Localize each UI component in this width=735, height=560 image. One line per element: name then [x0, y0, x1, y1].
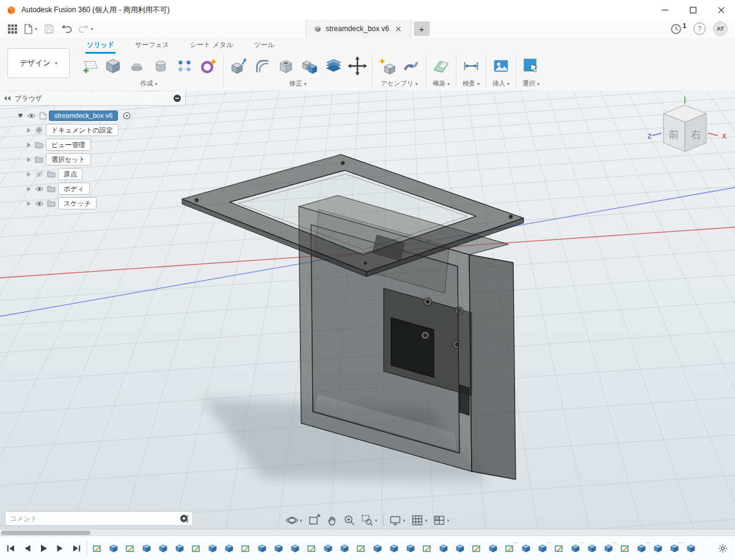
timeline-play-button[interactable] — [37, 542, 50, 555]
look-at-icon[interactable] — [307, 514, 320, 526]
app-grid-icon[interactable] — [4, 21, 21, 36]
tab-sheet-metal[interactable]: シート メタル — [189, 38, 234, 54]
tab-surface[interactable]: サーフェス — [134, 38, 170, 54]
group-label-insert[interactable]: 挿入 — [492, 79, 510, 88]
visibility-eye-icon[interactable] — [27, 112, 36, 119]
timeline-feature-sketch[interactable] — [124, 542, 136, 555]
timeline-feature-extrude[interactable] — [272, 542, 285, 555]
timeline-feature-sketch[interactable] — [553, 542, 565, 555]
timeline-feature-extrude[interactable] — [108, 542, 120, 555]
file-menu-icon[interactable] — [22, 21, 39, 36]
minimize-button[interactable] — [651, 0, 679, 20]
revolve-icon[interactable] — [126, 54, 147, 78]
timeline-skip-to-end-button[interactable] — [70, 542, 83, 555]
browser-item-label[interactable]: 選択セット — [46, 154, 90, 165]
timeline-feature-sketch[interactable] — [355, 542, 367, 555]
group-label-assembly[interactable]: アセンブリ — [381, 79, 418, 88]
shell-icon[interactable] — [276, 54, 296, 78]
tab-tools[interactable]: ツール — [252, 38, 276, 54]
timeline-settings-gear-icon[interactable] — [711, 544, 735, 553]
construct-plane-icon[interactable] — [431, 54, 452, 78]
browser-row-root[interactable]: streamdeck_box v6 — [0, 108, 186, 123]
collapse-panel-icon[interactable] — [4, 95, 11, 101]
timeline-feature-extrude[interactable] — [141, 542, 153, 555]
pattern-icon[interactable] — [174, 54, 195, 78]
browser-row-view-management[interactable]: ビュー管理 — [0, 137, 186, 152]
timeline-feature-extrude[interactable] — [520, 542, 532, 555]
viewports-icon[interactable] — [433, 514, 450, 526]
pan-hand-icon[interactable] — [325, 514, 337, 526]
new-document-tab-button[interactable]: + — [414, 21, 430, 36]
root-component-label[interactable]: streamdeck_box v6 — [49, 111, 117, 120]
zoom-window-icon[interactable] — [360, 514, 377, 526]
group-label-inspect[interactable]: 検査 — [463, 79, 480, 88]
timeline-feature-sketch[interactable] — [91, 542, 103, 555]
timeline-feature-extrude[interactable]: ✕ — [635, 542, 648, 555]
timeline-feature-extrude[interactable]: ✕ — [569, 542, 582, 555]
fillet-icon[interactable] — [252, 54, 272, 78]
select-icon[interactable] — [521, 54, 541, 78]
timeline-feature-extrude[interactable] — [404, 542, 417, 555]
browser-row-bodies[interactable]: ボディ — [0, 181, 186, 196]
visibility-eye-off-icon[interactable] — [35, 171, 44, 178]
group-label-construct[interactable]: 構築 — [433, 79, 450, 88]
collapsed-arrow-icon[interactable] — [26, 156, 32, 163]
collapsed-arrow-icon[interactable] — [26, 142, 32, 148]
timeline-feature-extrude[interactable] — [322, 542, 334, 555]
timeline-feature-extrude[interactable]: ✕ — [602, 542, 615, 555]
maximize-button[interactable] — [679, 0, 707, 20]
timeline-feature-extrude[interactable] — [652, 542, 664, 555]
redo-icon[interactable] — [77, 21, 94, 36]
move-copy-icon[interactable] — [347, 54, 368, 78]
split-body-icon[interactable] — [323, 54, 344, 78]
comment-input[interactable]: コメント — [5, 511, 193, 526]
browser-item-label[interactable]: ドキュメントの設定 — [46, 125, 118, 136]
account-avatar[interactable]: AT — [713, 21, 728, 36]
document-tab-close-icon[interactable] — [393, 24, 403, 34]
save-icon[interactable] — [40, 21, 57, 36]
help-button[interactable]: ? — [693, 23, 706, 35]
timeline-step-back-button[interactable] — [20, 542, 34, 555]
expanded-arrow-icon[interactable] — [17, 112, 24, 119]
timeline-feature-sketch[interactable] — [619, 542, 631, 555]
group-label-select[interactable]: 選択 — [522, 79, 539, 88]
job-status-clock[interactable]: 1 — [671, 24, 686, 34]
canvas-image-icon[interactable] — [491, 54, 511, 78]
minimize-panel-icon[interactable] — [173, 94, 181, 103]
activate-component-radio[interactable] — [123, 112, 131, 120]
undo-icon[interactable] — [59, 21, 76, 36]
box-icon[interactable] — [103, 54, 123, 78]
close-button[interactable] — [707, 0, 735, 20]
timeline-feature-extrude[interactable] — [207, 542, 219, 555]
timeline-feature-extrude[interactable] — [289, 542, 301, 555]
combine-icon[interactable] — [299, 54, 320, 78]
zoom-icon[interactable] — [343, 514, 355, 526]
create-sketch-icon[interactable] — [79, 54, 100, 78]
group-label-create[interactable]: 作成 — [140, 79, 157, 88]
browser-item-label[interactable]: 原点 — [59, 169, 82, 180]
view-cube[interactable]: 前 右 X Z — [647, 95, 726, 159]
browser-item-label[interactable]: ビュー管理 — [46, 139, 90, 150]
timeline-feature-extrude[interactable]: ✕ — [668, 542, 681, 555]
visibility-eye-icon[interactable] — [35, 186, 44, 192]
grid-snap-settings-icon[interactable] — [411, 514, 428, 526]
timeline-feature-extrude[interactable] — [685, 542, 697, 555]
visibility-eye-icon[interactable] — [35, 200, 44, 207]
timeline-feature-sketch[interactable] — [190, 542, 202, 555]
timeline-feature-extrude[interactable] — [454, 542, 466, 555]
document-tab[interactable]: streamdeck_box v6 — [305, 20, 411, 38]
group-label-modify[interactable]: 修正 — [289, 79, 306, 88]
timeline-feature-extrude[interactable] — [586, 542, 598, 555]
timeline-feature-extrude[interactable] — [437, 542, 450, 555]
timeline-feature-sketch[interactable] — [305, 542, 318, 555]
timeline-feature-extrude[interactable]: ✕ — [536, 542, 549, 555]
measure-icon[interactable] — [461, 54, 481, 78]
comment-bar-grip[interactable] — [187, 515, 188, 523]
timeline-feature-extrude[interactable] — [256, 542, 268, 555]
browser-row-origin[interactable]: 原点 — [0, 167, 186, 181]
timeline-feature-sketch[interactable]: ✕ — [503, 542, 516, 555]
joint-icon[interactable] — [401, 54, 422, 78]
collapsed-arrow-icon[interactable] — [26, 127, 32, 134]
timeline-feature-sketch[interactable] — [421, 542, 433, 555]
press-pull-icon[interactable] — [228, 54, 249, 78]
